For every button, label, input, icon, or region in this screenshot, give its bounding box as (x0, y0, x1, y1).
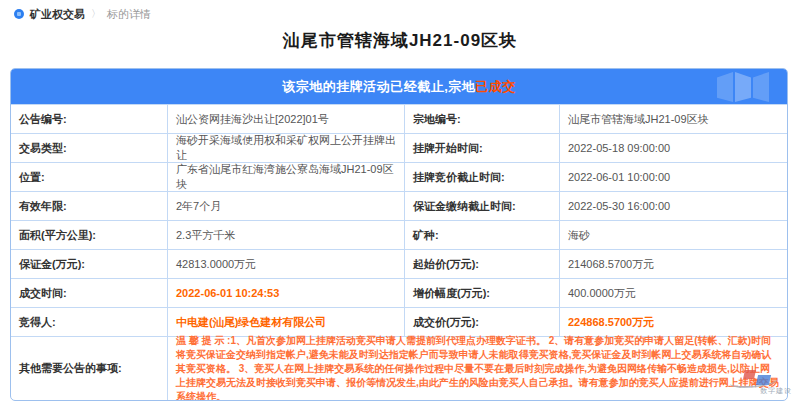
listing-detail-card: 该宗地的挂牌活动已经截止,宗地已成交 公告编号: 汕公资网挂海沙出让[2022]… (10, 68, 788, 401)
field-value: 海砂 (559, 221, 787, 249)
table-row: 公告编号: 汕公资网挂海沙出让[2022]01号 宗地编号: 汕尾市管辖海域JH… (11, 104, 787, 133)
field-label: 起始价(万元): (404, 250, 559, 278)
winner-value: 中电建(汕尾)绿色建材有限公司 (167, 308, 404, 336)
breadcrumb-link-mining-rights[interactable]: 矿业权交易 (30, 7, 85, 21)
field-value: 2022-05-30 16:00:00 (559, 192, 787, 220)
field-label: 位置: (11, 163, 167, 191)
table-row: 交易类型: 海砂开采海域使用权和采矿权网上公开挂牌出让 挂牌开始时间: 2022… (11, 133, 787, 162)
table-row: 竞得人: 中电建(汕尾)绿色建材有限公司 成交价(万元): 224868.570… (11, 307, 787, 336)
field-label: 挂牌竞价截止时间: (404, 163, 559, 191)
deal-price-value: 224868.5700万元 (559, 308, 787, 336)
field-label: 公告编号: (11, 105, 167, 133)
notice-text: 温 馨 提 示 :1、凡首次参加网上挂牌活动竞买申请人需提前到代理点办理数字证书… (167, 337, 787, 400)
field-label: 竞得人: (11, 308, 167, 336)
table-row: 成交时间: 2022-06-01 10:24:53 增价幅度(万元): 400.… (11, 278, 787, 307)
field-label: 有效年限: (11, 192, 167, 220)
field-value: 海砂开采海域使用权和采矿权网上公开挂牌出让 (167, 134, 404, 162)
field-value: 2022-05-18 09:00:00 (559, 134, 787, 162)
breadcrumb-separator-icon: 〉 (91, 7, 101, 21)
field-label: 保证金(万元): (11, 250, 167, 278)
table-row: 保证金(万元): 42813.0000万元 起始价(万元): 214068.57… (11, 249, 787, 278)
field-label: 保证金缴纳截止时间: (404, 192, 559, 220)
status-banner-text: 该宗地的挂牌活动已经截止,宗地 (282, 78, 475, 96)
field-label: 宗地编号: (404, 105, 559, 133)
field-label: 成交价(万元): (404, 308, 559, 336)
field-label: 交易类型: (11, 134, 167, 162)
field-value: 2.3平方千米 (167, 221, 404, 249)
breadcrumb-current-page: 标的详情 (107, 7, 151, 21)
field-label: 挂牌开始时间: (404, 134, 559, 162)
table-row: 位置: 广东省汕尾市红海湾施公寮岛海域JH21-09区块 挂牌竞价截止时间: 2… (11, 162, 787, 191)
field-value: 214068.5700万元 (559, 250, 787, 278)
status-banner: 该宗地的挂牌活动已经截止,宗地已成交 (11, 69, 787, 104)
table-row: 有效年限: 2年7个月 保证金缴纳截止时间: 2022-05-30 16:00:… (11, 191, 787, 220)
field-label: 增价幅度(万元): (404, 279, 559, 307)
field-value: 400.0000万元 (559, 279, 787, 307)
field-value: 广东省汕尾市红海湾施公寮岛海域JH21-09区块 (167, 163, 404, 191)
field-value: 汕公资网挂海沙出让[2022]01号 (167, 105, 404, 133)
deal-time-value: 2022-06-01 10:24:53 (167, 279, 404, 307)
field-label: 成交时间: (11, 279, 167, 307)
field-label: 矿种: (404, 221, 559, 249)
breadcrumb: 矿业权交易 〉 标的详情 (14, 7, 151, 21)
field-label: 面积(平方公里): (11, 221, 167, 249)
banner-watermark-logo-icon (717, 72, 771, 102)
breadcrumb-dot-icon (14, 9, 24, 19)
field-value: 2022-06-01 10:00:00 (559, 163, 787, 191)
field-value: 2年7个月 (167, 192, 404, 220)
table-row-notice: 其他需要公告的事项: 温 馨 提 示 :1、凡首次参加网上挂牌活动竞买申请人需提… (11, 336, 787, 400)
table-row: 面积(平方公里): 2.3平方千米 矿种: 海砂 (11, 220, 787, 249)
field-value: 42813.0000万元 (167, 250, 404, 278)
field-value: 汕尾市管辖海域JH21-09区块 (559, 105, 787, 133)
page-title: 汕尾市管辖海域JH21-09区块 (0, 29, 800, 52)
notice-label: 其他需要公告的事项: (11, 337, 167, 400)
status-banner-highlight: 已成交 (475, 78, 516, 96)
